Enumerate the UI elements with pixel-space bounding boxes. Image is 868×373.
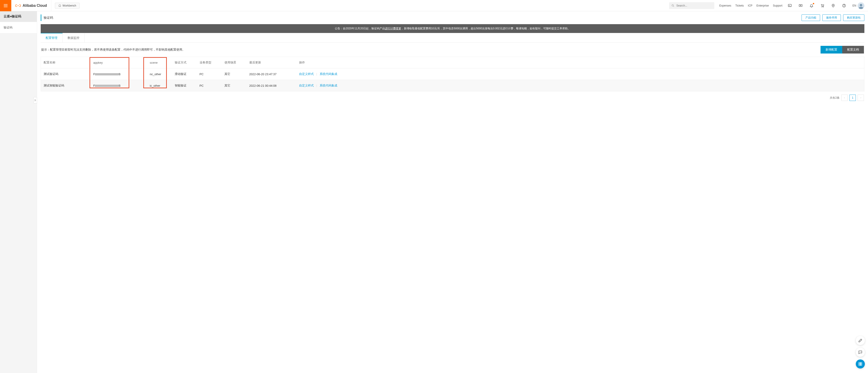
col-verify-method: 验证方式 [172,57,197,68]
cell-name: 测试验证码 [41,68,91,80]
location-icon[interactable] [830,2,837,9]
tab-monitor[interactable]: 数据监控 [63,33,85,42]
op-custom-style[interactable]: 自定义样式 [299,84,314,87]
float-chat-button[interactable] [856,348,865,357]
buy-resource-button[interactable]: 购买资源包 [843,14,864,21]
pagination: 共有2条 1 [41,92,864,104]
new-config-button[interactable]: 新增配置 [820,46,842,54]
op-sep: | [314,84,319,87]
lang-switch[interactable]: EN [851,4,858,7]
nav-tickets[interactable]: Tickets [735,4,744,7]
cell-biz-type: PC [197,80,222,92]
svg-line-5 [673,6,674,6]
announcement-prefix: 公告：自2020年11月20日起，验证码产品 [335,27,385,30]
cell-verify-method: 智能验证 [172,80,197,92]
chat-icon [858,350,863,354]
col-last-update: 最后更新 [247,57,296,68]
tab-config[interactable]: 配置管理 [41,33,63,42]
svg-point-11 [823,6,824,7]
svg-marker-9 [800,5,801,6]
appkey-suffix: B [119,84,121,88]
help-icon[interactable] [841,2,847,9]
svg-point-12 [833,5,834,6]
svg-rect-22 [861,364,862,366]
col-ops: 操作 [296,57,864,68]
topbar: Alibaba Cloud Workbench Expenses Tickets… [0,0,868,11]
home-icon [58,4,61,7]
svg-point-10 [822,6,822,7]
tip-row: 提示：配置管理目前暂时无法支持删除，若不再使用该条配置，代码中不进行调用即可，不… [41,43,864,57]
tip-text: 提示：配置管理目前暂时无法支持删除，若不再使用该条配置，代码中不进行调用即可，不… [41,48,185,52]
avatar[interactable] [858,2,864,9]
table-header-row: 配置名称 appkey scene 验证方式 业务类型 使用场景 最后更新 操作 [41,57,864,68]
avatar-icon [858,3,864,9]
float-rail [856,336,865,369]
page-title: 验证码 [43,16,53,20]
float-apps-button[interactable] [856,360,865,369]
screen-icon[interactable] [797,2,804,9]
config-doc-button[interactable]: 配置文档 [842,46,864,54]
pager-page-1[interactable]: 1 [849,95,856,101]
nav-support[interactable]: Support [773,4,782,7]
table-row: 测试验证码 FB nc_other 滑动验证 PC 其它 2022-06-20 … [41,68,864,80]
config-table: 配置名称 appkey scene 验证方式 业务类型 使用场景 最后更新 操作… [41,57,864,92]
workbench-label: Workbench [63,4,76,7]
op-sdk-integration[interactable]: 系统代码集成 [320,72,337,76]
service-stop-button[interactable]: 服务停用 [822,14,841,21]
col-name: 配置名称 [41,57,91,68]
redacted-appkey [95,73,119,75]
cell-use-case: 其它 [222,80,247,92]
pencil-icon [858,338,863,343]
hamburger-button[interactable] [0,0,11,11]
svg-point-15 [860,4,862,6]
page-head: 验证码 产品功能 服务停用 购买资源包 [41,14,864,21]
col-biz-type: 业务类型 [197,57,222,68]
svg-rect-19 [859,362,860,364]
tabs: 配置管理 数据监控 [41,33,864,43]
pager-next[interactable] [858,95,864,101]
op-custom-style[interactable]: 自定义样式 [299,72,314,76]
top-nav: Expenses Tickets ICP Enterprise Support [719,4,782,7]
cart-icon[interactable] [819,2,826,9]
nav-expenses[interactable]: Expenses [719,4,731,7]
cell-use-case: 其它 [222,68,247,80]
appkey-prefix: F [93,84,95,88]
top-icons [786,2,847,9]
col-use-case: 使用场景 [222,57,247,68]
float-edit-button[interactable] [856,336,865,345]
apps-icon [858,362,863,366]
pager-prev[interactable] [841,95,848,101]
cell-name: 测试智能验证码 [41,80,91,92]
nav-icp[interactable]: ICP [748,4,752,7]
cell-ops: 自定义样式 | 系统代码集成 [296,68,864,80]
search-input[interactable] [676,4,712,7]
svg-point-4 [672,4,674,6]
svg-rect-20 [861,362,862,364]
op-sdk-integration[interactable]: 系统代码集成 [320,84,337,87]
op-sep: | [314,72,319,76]
announcement-suffix: ，新增收取最低配置费用10元/天，其中包含5000次调用，超出5000次按每次0… [401,27,570,30]
cell-last-update: 2022-06-20 23:47:37 [247,68,296,80]
brand[interactable]: Alibaba Cloud [11,0,51,11]
sidebar-item-captcha[interactable]: 验证码 [0,22,37,33]
cloudshell-icon[interactable] [786,2,793,9]
redacted-appkey [95,85,119,87]
menu-icon [3,3,8,8]
nav-enterprise[interactable]: Enterprise [756,4,769,7]
brand-text: Alibaba Cloud [23,4,47,8]
col-appkey: appkey [91,57,147,68]
search-box[interactable] [669,2,714,9]
tip-actions: 新增配置 配置文档 [820,46,864,54]
page-head-actions: 产品功能 服务停用 购买资源包 [802,14,864,21]
workbench-button[interactable]: Workbench [55,3,80,8]
sidebar-title: 云盾●验证码 [0,11,37,22]
pager-total: 共有2条 [830,96,839,100]
main: 验证码 产品功能 服务停用 购买资源包 公告：自2020年11月20日起，验证码… [37,11,868,373]
bell-icon[interactable] [808,2,815,9]
col-scene: scene [147,57,172,68]
sidebar-collapse-handle[interactable] [33,97,37,103]
product-feature-button[interactable]: 产品功能 [802,14,820,21]
table-wrap: 配置名称 appkey scene 验证方式 业务类型 使用场景 最后更新 操作… [41,57,864,92]
cell-scene: nc_other [147,68,172,80]
appkey-prefix: F [93,72,95,76]
